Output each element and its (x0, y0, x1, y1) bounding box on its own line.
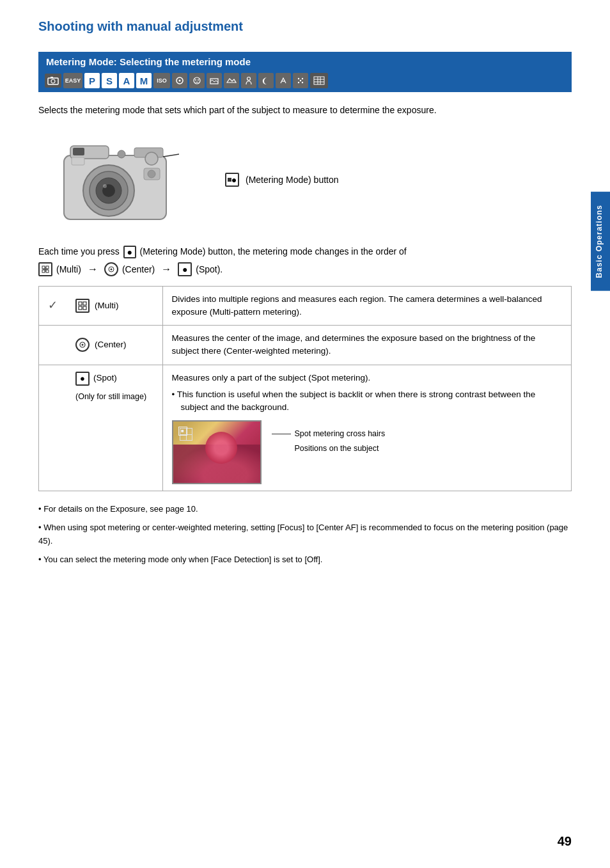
mode-icon-easy[interactable]: EASY (63, 73, 82, 88)
svg-point-28 (103, 184, 107, 188)
svg-point-11 (298, 78, 299, 79)
camera-section: ● (Metering Mode) button (51, 130, 572, 229)
spot-check-cell (39, 365, 67, 491)
sidebar-tab: Basic Operations (591, 192, 610, 291)
svg-rect-41 (46, 270, 49, 272)
svg-rect-16 (314, 77, 324, 84)
spot-icon-inline: ● (225, 173, 239, 187)
mode-icon-m[interactable]: M (136, 73, 152, 88)
empty-check-cell (39, 326, 67, 365)
metering-icon-inline: ● (123, 246, 136, 258)
mode-icon-s[interactable]: S (102, 73, 117, 88)
order-text: Each time you press ● (Metering Mode) bu… (38, 244, 572, 278)
metering-btn-label: ● (Metering Mode) button (217, 173, 339, 187)
svg-rect-39 (46, 266, 49, 269)
metering-modes-table: ✓ (Multi) Divides into multiple regions … (38, 286, 572, 492)
mode-icon-portrait[interactable] (241, 73, 256, 88)
table-row: ● (Spot) (Only for still image) Measures… (39, 365, 572, 491)
spot-icon-cell: ● (Spot) (Only for still image) (66, 365, 162, 491)
svg-point-31 (145, 152, 158, 165)
mode-icon-scene[interactable] (207, 73, 222, 88)
svg-rect-2 (51, 77, 53, 78)
mode-icon-face[interactable] (189, 73, 205, 88)
svg-point-13 (298, 82, 299, 83)
svg-rect-33 (72, 157, 84, 165)
mode-icon-sport[interactable] (276, 73, 291, 88)
svg-rect-38 (42, 266, 45, 269)
spot-crosshair-label: Spot metering cross hairs (295, 427, 386, 441)
center-label: (Center) (95, 338, 127, 351)
notes-section: • For details on the Exposure, see page … (38, 503, 572, 566)
spot-icon-order: ● (178, 262, 192, 276)
mode-icon-grid[interactable] (310, 73, 328, 88)
center-icon-cell: (Center) (66, 326, 162, 365)
check-cell: ✓ (39, 286, 67, 326)
svg-rect-40 (42, 270, 45, 272)
svg-point-30 (148, 170, 155, 178)
table-row: (Center) Measures the center of the imag… (39, 326, 572, 365)
svg-rect-45 (83, 302, 86, 305)
spot-sublabel: (Only for still image) (75, 391, 146, 403)
mode-icon-landscape[interactable] (224, 73, 239, 88)
intro-text: Selects the metering mode that sets whic… (38, 104, 572, 117)
mode-selection-box: Metering Mode: Selecting the metering mo… (38, 52, 572, 92)
svg-point-14 (302, 82, 303, 83)
mode-icon-iso[interactable]: ISO (153, 73, 170, 88)
svg-point-1 (51, 79, 55, 83)
mode-box-title: Metering Mode: Selecting the metering mo… (40, 53, 570, 70)
svg-point-15 (300, 80, 301, 81)
spot-description-cell: Measures only a part of the subject (Spo… (162, 365, 572, 491)
mode-icon-camera[interactable] (45, 74, 61, 88)
multi-icon-cell: (Multi) (66, 286, 162, 326)
center-description: Measures the center of the image, and de… (162, 326, 572, 365)
svg-point-6 (195, 79, 196, 81)
mode-icon-night[interactable] (258, 73, 274, 88)
svg-point-49 (82, 344, 84, 346)
spot-main-desc: Measures only a part of the subject (Spo… (172, 372, 563, 384)
svg-rect-46 (79, 306, 82, 310)
multi-label: (Multi) (95, 299, 119, 312)
mode-icon-circle[interactable] (172, 73, 187, 88)
svg-point-12 (302, 78, 303, 79)
svg-point-9 (247, 77, 251, 81)
camera-illustration (51, 130, 179, 229)
svg-point-32 (118, 150, 125, 158)
svg-line-35 (163, 152, 179, 157)
svg-rect-34 (73, 148, 84, 155)
mode-icon-p[interactable]: P (84, 73, 100, 88)
page-number: 49 (558, 834, 572, 849)
sidebar-tab-label: Basic Operations (595, 205, 604, 278)
svg-point-43 (110, 269, 112, 271)
mode-icons-row: EASY P S A M ISO (40, 70, 570, 91)
spot-label: (Spot) (93, 372, 117, 384)
mode-icon-settings[interactable] (293, 73, 308, 88)
multi-description: Divides into multiple regions and measur… (162, 286, 572, 326)
svg-rect-44 (79, 302, 82, 305)
multi-icon-order (38, 262, 52, 276)
note-1: • For details on the Exposure, see page … (38, 503, 572, 516)
spot-position-label: Positions on the subject (295, 444, 379, 453)
svg-point-7 (198, 79, 199, 81)
svg-point-4 (179, 80, 181, 82)
page-title: Shooting with manual adjustment (38, 19, 572, 34)
note-3: • You can select the metering mode only … (38, 553, 572, 567)
spot-bullet1: • This function is useful when the subje… (172, 388, 563, 414)
mode-icon-a[interactable]: A (119, 73, 134, 88)
table-row: ✓ (Multi) Divides into multiple regions … (39, 286, 572, 326)
note-2: • When using spot metering or center-wei… (38, 521, 572, 548)
metering-mode-btn-text: (Metering Mode) button (246, 175, 339, 185)
center-icon-order (104, 262, 118, 276)
svg-rect-47 (83, 306, 86, 310)
